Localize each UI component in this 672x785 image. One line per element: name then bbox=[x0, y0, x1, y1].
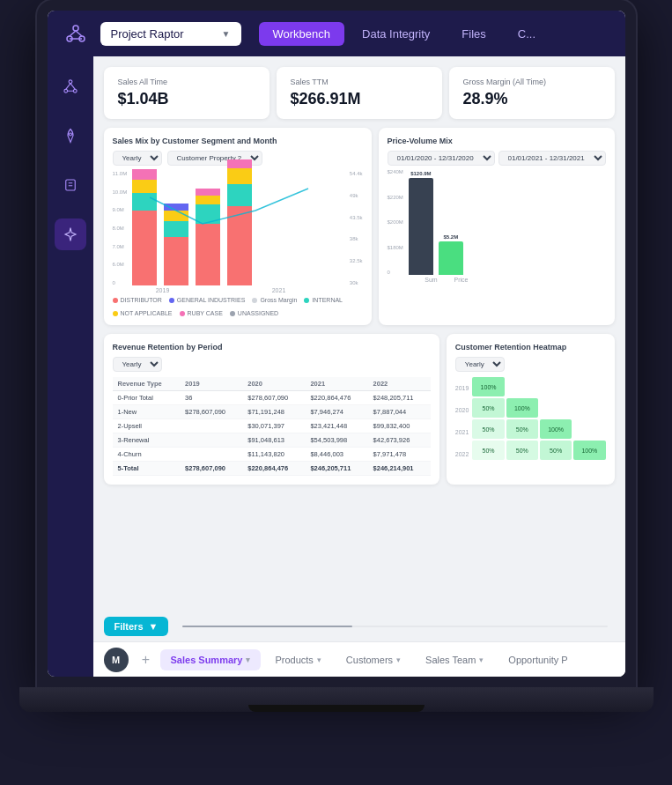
heatmap-cell: 50% bbox=[540, 441, 572, 460]
dashboard-area: Sales All Time $1.04B Sales TTM $266.91M… bbox=[93, 56, 625, 611]
bar-segment bbox=[132, 169, 157, 180]
legend-color bbox=[113, 311, 118, 316]
table-row: 0-Prior Total 36 $278,607,090 $220,864,4… bbox=[113, 391, 431, 405]
heatmap-cell bbox=[573, 419, 605, 439]
heatmap-cell bbox=[506, 377, 538, 396]
legend-label: DISTRIBUTOR bbox=[121, 297, 162, 303]
retention-period-select[interactable]: Yearly bbox=[113, 357, 162, 372]
cell: $220,864,476 bbox=[305, 391, 367, 405]
heatmap-cell bbox=[573, 377, 605, 396]
heatmap-row: 50% 100% bbox=[472, 398, 605, 418]
cell: $7,946,274 bbox=[305, 405, 367, 419]
cell: 0-Prior Total bbox=[113, 391, 181, 405]
kpi-sales-ttm: Sales TTM $266.91M bbox=[277, 67, 442, 119]
heatmap-cell: 50% bbox=[506, 441, 538, 460]
legend-not-applicable: NOT APPLICABLE bbox=[113, 310, 173, 316]
svg-line-9 bbox=[65, 84, 70, 90]
tab-opportunity-p[interactable]: Opportunity P bbox=[498, 649, 578, 670]
sidebar-icon-rocket[interactable] bbox=[55, 120, 86, 152]
heatmap-row: 100% bbox=[472, 377, 605, 396]
bar-group-2021 bbox=[196, 189, 220, 285]
filters-button[interactable]: Filters ▼ bbox=[104, 617, 169, 636]
x-axis: 2019 2021 bbox=[113, 287, 363, 293]
bar-group-4 bbox=[227, 159, 252, 285]
heatmap-cell: 100% bbox=[472, 377, 504, 396]
cell-value: 100% bbox=[548, 426, 564, 433]
tab-files[interactable]: Files bbox=[447, 22, 499, 46]
cell: $7,971,478 bbox=[368, 448, 431, 462]
cell-value: 100% bbox=[514, 405, 530, 411]
cell: $278,607,090 bbox=[242, 391, 305, 405]
bar-segment bbox=[196, 196, 220, 204]
tab-sales-team[interactable]: Sales Team ▾ bbox=[415, 649, 494, 670]
revenue-retention-card: Revenue Retention by Period Yearly bbox=[104, 334, 439, 485]
heatmap-period-select[interactable]: Yearly bbox=[455, 357, 505, 372]
col-header-2019: 2019 bbox=[180, 377, 242, 391]
pv-x-label: Price bbox=[449, 277, 474, 283]
heatmap-cell: 100% bbox=[573, 441, 605, 460]
add-tab-button[interactable]: + bbox=[136, 649, 157, 670]
cell: $7,887,044 bbox=[368, 405, 431, 419]
sidebar-icon-sparkle[interactable] bbox=[55, 218, 86, 250]
bar-segment bbox=[227, 159, 252, 168]
heatmap-cell: 50% bbox=[472, 441, 504, 460]
legend-label: UNASSIGNED bbox=[238, 310, 278, 316]
kpi-sales-ttm-label: Sales TTM bbox=[291, 78, 428, 86]
tab-more[interactable]: C... bbox=[504, 22, 550, 46]
tab-products[interactable]: Products ▾ bbox=[264, 649, 331, 670]
pv-bar-price: $5.2M bbox=[439, 234, 463, 275]
tab-customers[interactable]: Customers ▾ bbox=[336, 649, 411, 670]
bar-segment bbox=[132, 211, 157, 285]
main-content: Sales All Time $1.04B Sales TTM $266.91M… bbox=[93, 56, 625, 677]
legend-color bbox=[169, 298, 174, 303]
legend-color bbox=[304, 298, 309, 303]
sidebar-icon-network[interactable] bbox=[55, 70, 86, 102]
period-select[interactable]: Yearly bbox=[113, 151, 162, 166]
heatmap-y-label: 2022 bbox=[455, 451, 469, 457]
tab-arrow-icon: ▾ bbox=[317, 655, 321, 664]
charts-row-1: Sales Mix by Customer Segment and Month … bbox=[104, 128, 615, 325]
heatmap-row: 50% 50% 100% bbox=[472, 419, 605, 439]
y-label-right: 49k bbox=[350, 193, 363, 198]
y-axis: 11.0M 10.0M 9.0M 8.0M 7.0M 6.0M 0 bbox=[113, 171, 129, 285]
cell: $246,205,711 bbox=[305, 462, 367, 476]
legend-internal: INTERNAL bbox=[304, 297, 343, 303]
tab-workbench[interactable]: Workbench bbox=[259, 22, 345, 46]
tab-sales-summary[interactable]: Sales Summary ▾ bbox=[160, 649, 262, 670]
heatmap-cell: 50% bbox=[506, 419, 538, 439]
svg-point-8 bbox=[73, 89, 77, 93]
bar-segment bbox=[164, 237, 188, 285]
svg-line-3 bbox=[70, 31, 76, 36]
cell: $54,503,998 bbox=[305, 433, 367, 448]
bar-chart bbox=[132, 171, 344, 285]
logo-icon bbox=[62, 19, 90, 48]
bar-segment bbox=[164, 221, 188, 237]
legend-distributor: DISTRIBUTOR bbox=[113, 297, 162, 303]
svg-line-4 bbox=[76, 31, 82, 36]
pv-date-2[interactable]: 01/01/2021 - 12/31/2021 bbox=[498, 151, 606, 166]
pv-x-label: Sum bbox=[419, 277, 444, 283]
y-label: 0 bbox=[113, 280, 128, 285]
sidebar bbox=[48, 56, 93, 677]
col-header-2022: 2022 bbox=[368, 377, 431, 391]
tab-label: Sales Summary bbox=[171, 655, 243, 665]
cell bbox=[180, 433, 242, 448]
pv-y-label: 0 bbox=[388, 270, 403, 275]
cell: 5-Total bbox=[113, 462, 181, 476]
tab-data-integrity[interactable]: Data Integrity bbox=[348, 22, 444, 46]
sidebar-icon-shield[interactable] bbox=[55, 169, 86, 201]
x-label bbox=[312, 287, 363, 293]
project-selector[interactable]: Project Raptor ▼ bbox=[100, 22, 241, 46]
scroll-thumb[interactable] bbox=[182, 626, 352, 627]
col-header-2021: 2021 bbox=[305, 377, 367, 391]
pv-date-1[interactable]: 01/01/2020 - 12/31/2020 bbox=[388, 151, 495, 166]
heatmap-y-axis: 2019 2020 2021 2022 bbox=[455, 377, 469, 465]
bar-segment bbox=[227, 168, 252, 184]
pv-y-axis: $240M $220M $200M $180M 0 bbox=[388, 169, 403, 275]
sales-mix-title: Sales Mix by Customer Segment and Month bbox=[113, 137, 363, 145]
cell: 1-New bbox=[113, 405, 181, 419]
user-avatar[interactable]: M bbox=[104, 648, 129, 672]
heatmap-y-label: 2021 bbox=[455, 429, 469, 435]
svg-point-12 bbox=[69, 133, 71, 136]
cell: $71,191,248 bbox=[242, 405, 305, 419]
